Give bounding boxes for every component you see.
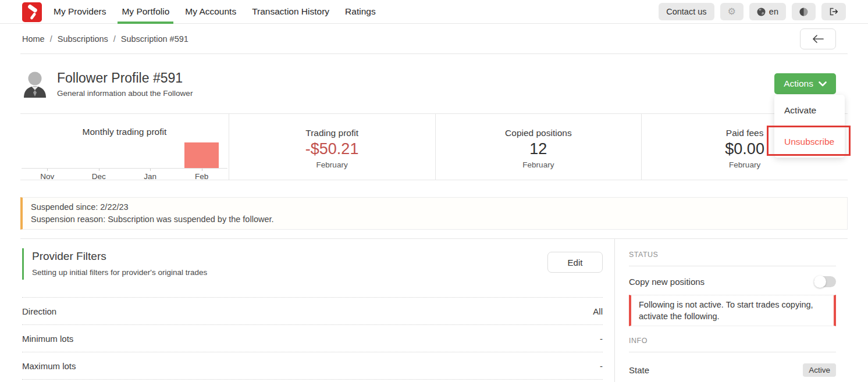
stats-row: Monthly trading profit NovDecJanFeb Trad…: [20, 113, 848, 180]
main-nav: My Providers My Portfolio My Accounts Tr…: [54, 6, 376, 17]
stat-value: -$50.21: [229, 140, 435, 158]
filter-value: All: [593, 306, 603, 316]
stat-period: February: [642, 160, 848, 169]
stat-value: 12: [436, 140, 642, 158]
stat-label: Trading profit: [229, 128, 435, 138]
suspension-since-text: Suspended since: 2/22/23: [31, 201, 839, 213]
bar-slot-dec: [73, 141, 124, 168]
breadcrumb-separator: /: [113, 34, 116, 44]
half-moon-theme-icon: [799, 8, 808, 16]
state-label: State: [629, 365, 649, 375]
chart-x-labels: NovDecJanFeb: [22, 172, 227, 181]
actions-button[interactable]: Actions: [774, 73, 836, 94]
app-logo-icon[interactable]: [22, 2, 42, 22]
active-tab-underline: [118, 22, 173, 24]
page-title: Follower Profile #591: [57, 70, 193, 86]
profile-header: Follower Profile #591 General informatio…: [0, 54, 868, 113]
topbar-actions: Contact us ⚙ en: [659, 3, 846, 20]
filter-value: -: [600, 334, 603, 344]
chart-x-label: Jan: [124, 172, 176, 181]
toggle-knob: [814, 276, 826, 288]
menu-item-activate[interactable]: Activate: [774, 95, 845, 126]
stat-period: February: [229, 160, 435, 169]
chart-x-label: Feb: [176, 172, 227, 181]
suspension-reason-text: Suspension reason: Subscription was susp…: [31, 213, 839, 226]
filter-row-minimum-lots: Minimum lots -: [22, 325, 603, 352]
stat-card: Trading profit -$50.21 February: [229, 114, 435, 180]
section-subtitle: Setting up initial filters for provider'…: [32, 268, 207, 277]
nav-transaction-history[interactable]: Transaction History: [252, 6, 329, 17]
chart-x-label: Dec: [73, 172, 124, 181]
actions-dropdown-menu: Activate Unsubscribe: [774, 95, 845, 158]
language-label: en: [769, 7, 778, 16]
breadcrumb-home[interactable]: Home: [22, 34, 45, 44]
avatar: [22, 70, 48, 98]
breadcrumb-subscriptions[interactable]: Subscriptions: [58, 34, 108, 44]
menu-item-unsubscribe[interactable]: Unsubscribe: [774, 126, 845, 158]
contact-us-button[interactable]: Contact us: [659, 3, 714, 20]
logout-button[interactable]: [821, 3, 846, 20]
stat-label: Copied positions: [436, 128, 642, 138]
provider-filters-section: Provider Filters Setting up initial filt…: [0, 239, 615, 382]
chart-title: Monthly trading profit: [22, 127, 227, 137]
chart-bars: [22, 141, 227, 169]
state-badge: Active: [803, 363, 836, 377]
breadcrumb-separator: /: [50, 34, 52, 44]
profile-identity: Follower Profile #591 General informatio…: [22, 70, 193, 98]
top-navbar: My Providers My Portfolio My Accounts Tr…: [0, 0, 868, 24]
language-button[interactable]: en: [749, 3, 786, 20]
globe-icon: [757, 8, 766, 16]
status-sidebar: STATUS Copy new positions Following is n…: [615, 239, 868, 382]
filters-list: Direction All Minimum lots - Maximum lot…: [22, 297, 603, 380]
copy-new-positions-label: Copy new positions: [629, 277, 705, 287]
nav-ratings[interactable]: Ratings: [345, 6, 376, 17]
status-heading: STATUS: [629, 248, 836, 266]
filter-label: Minimum lots: [22, 334, 73, 344]
nav-my-accounts[interactable]: My Accounts: [185, 6, 236, 17]
info-heading: INFO: [629, 334, 836, 352]
stat-period: February: [436, 160, 642, 169]
copy-new-positions-row: Copy new positions: [629, 266, 836, 295]
monthly-profit-chart-card: Monthly trading profit NovDecJanFeb: [20, 114, 229, 180]
breadcrumb: Home / Subscriptions / Subscription #591: [22, 34, 188, 44]
theme-toggle-button[interactable]: [792, 3, 816, 20]
bar-slot-jan: [124, 141, 176, 168]
breadcrumb-current: Subscription #591: [121, 34, 188, 44]
arrow-left-icon: [812, 35, 824, 43]
filter-label: Maximum lots: [22, 361, 76, 371]
state-row: State Active: [629, 352, 836, 382]
bar-slot-feb: [176, 141, 227, 168]
chevron-down-icon: [819, 81, 827, 87]
filter-label: Direction: [22, 306, 56, 316]
following-inactive-warning: Following is not active. To start trades…: [629, 295, 836, 326]
filter-row-direction: Direction All: [22, 298, 603, 325]
nav-my-portfolio[interactable]: My Portfolio: [122, 6, 169, 17]
edit-button[interactable]: Edit: [547, 252, 603, 273]
section-title: Provider Filters: [32, 250, 207, 263]
page-subtitle: General information about the Follower: [57, 89, 193, 98]
nav-my-providers[interactable]: My Providers: [54, 6, 106, 17]
bar-slot-nov: [22, 141, 73, 168]
stat-card: Copied positions 12 February: [435, 114, 642, 180]
chart-bar-feb: [184, 142, 218, 168]
breadcrumb-row: Home / Subscriptions / Subscription #591: [0, 24, 868, 53]
filter-value: -: [600, 361, 603, 371]
copy-new-positions-toggle[interactable]: [814, 276, 836, 287]
filter-row-maximum-lots: Maximum lots -: [22, 352, 603, 380]
back-button[interactable]: [800, 28, 836, 49]
provider-filters-heading: Provider Filters Setting up initial filt…: [22, 248, 207, 280]
settings-button[interactable]: ⚙: [720, 3, 744, 20]
chart-x-label: Nov: [22, 172, 73, 181]
suspension-alert: Suspended since: 2/22/23 Suspension reas…: [20, 197, 848, 230]
main-area: Provider Filters Setting up initial filt…: [0, 239, 868, 382]
gear-icon: ⚙: [728, 7, 736, 16]
logout-icon: [829, 8, 838, 16]
